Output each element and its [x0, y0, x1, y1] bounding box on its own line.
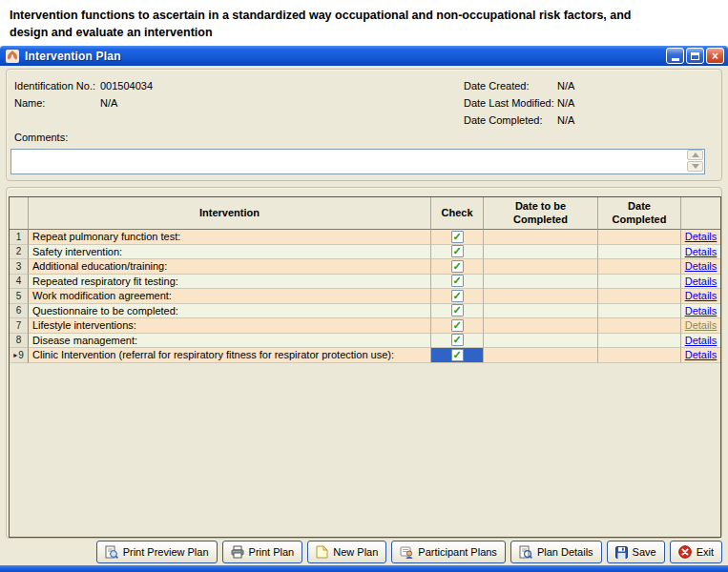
check-cell[interactable]: ✓ [431, 245, 484, 260]
intervention-cell[interactable]: Work modification agreement: [29, 289, 431, 304]
page-header-line1: Intervention functions to ascertain in a… [10, 7, 720, 24]
date-completed-cell[interactable] [598, 318, 681, 334]
date-completed-cell[interactable] [598, 348, 681, 363]
name-label: Name: [14, 97, 45, 109]
check-cell[interactable]: ✓ [431, 304, 484, 319]
save-button[interactable]: Save [607, 541, 665, 563]
intervention-cell[interactable]: Lifestyle interventions: [29, 318, 431, 334]
intervention-cell[interactable]: Repeated respiratory fit testing: [29, 275, 431, 290]
comments-scrollbar[interactable] [687, 150, 703, 172]
intervention-checkbox[interactable]: ✓ [451, 304, 464, 317]
table-row[interactable]: 4Repeated respiratory fit testing:✓Detai… [10, 275, 720, 290]
date-last-modified-label: Date Last Modified: [464, 97, 554, 109]
details-link[interactable]: Details [685, 231, 718, 242]
intervention-checkbox[interactable]: ✓ [451, 260, 464, 273]
button-bar: Print Preview Plan Print Plan New Plan [0, 541, 722, 563]
date-to-be-completed-cell[interactable] [484, 230, 598, 245]
date-to-be-completed-cell[interactable] [484, 275, 598, 290]
print-plan-button[interactable]: Print Plan [222, 541, 303, 563]
date-completed-cell[interactable] [598, 245, 681, 260]
new-plan-button[interactable]: New Plan [307, 541, 386, 563]
plan-details-button[interactable]: Plan Details [510, 541, 602, 563]
current-row-arrow-icon: ▸ [13, 351, 17, 359]
table-header-row: Intervention Check Date to be Completed … [10, 197, 720, 230]
date-completed-cell[interactable] [598, 334, 681, 349]
details-link[interactable]: Details [685, 305, 718, 317]
details-link[interactable]: Details [685, 349, 718, 360]
intervention-cell[interactable]: Additional education/training: [29, 259, 431, 275]
details-link[interactable]: Details [685, 319, 718, 331]
check-cell[interactable]: ✓ [431, 348, 484, 363]
date-completed-cell[interactable] [598, 230, 681, 245]
date-completed-cell[interactable] [598, 275, 681, 290]
lungs-icon [6, 49, 20, 63]
page-header: Intervention functions to ascertain in a… [10, 7, 720, 41]
intervention-cell[interactable]: Questionnaire to be completed: [29, 304, 431, 319]
check-cell[interactable]: ✓ [431, 275, 484, 290]
participant-plans-button[interactable]: Participant Plans [391, 541, 506, 563]
page-header-line2: design and evaluate an intervention [10, 24, 720, 41]
scroll-up-icon [692, 153, 699, 157]
table-row[interactable]: 6Questionnaire to be completed:✓Details [10, 304, 720, 319]
table-row[interactable]: 2Safety intervention:✓Details [10, 245, 720, 260]
row-number: 2 [10, 245, 29, 260]
column-header-details [681, 197, 720, 230]
exit-button[interactable]: Exit [670, 541, 722, 563]
details-link[interactable]: Details [685, 335, 718, 346]
details-link[interactable]: Details [685, 276, 718, 287]
print-preview-plan-button[interactable]: Print Preview Plan [96, 541, 218, 563]
restore-button[interactable] [686, 48, 704, 64]
check-cell[interactable]: ✓ [431, 230, 484, 245]
date-to-be-completed-cell[interactable] [484, 304, 598, 319]
intervention-checkbox[interactable]: ✓ [451, 231, 464, 243]
check-cell[interactable]: ✓ [431, 318, 484, 334]
table-row[interactable]: 5Work modification agreement:✓Details [10, 289, 720, 304]
check-cell[interactable]: ✓ [431, 334, 484, 349]
details-cell: Details [681, 304, 720, 319]
intervention-cell[interactable]: Disease management: [29, 334, 431, 349]
date-to-be-completed-cell[interactable] [484, 348, 598, 363]
comments-input[interactable] [10, 149, 705, 174]
table-row[interactable]: 8Disease management:✓Details [10, 334, 720, 349]
intervention-cell[interactable]: Clinic Intervention (referral for respir… [29, 348, 431, 363]
date-to-be-completed-cell[interactable] [484, 289, 598, 304]
intervention-checkbox[interactable]: ✓ [451, 349, 464, 361]
row-number: 6 [10, 304, 29, 319]
table-row[interactable]: 7Lifestyle interventions:✓Details [10, 318, 720, 334]
minimize-button[interactable] [666, 48, 684, 64]
check-cell[interactable]: ✓ [431, 289, 484, 304]
details-cell: Details [681, 318, 720, 334]
intervention-cell[interactable]: Repeat pulmonary function test: [29, 230, 431, 245]
date-completed-cell[interactable] [598, 289, 681, 304]
date-completed-cell[interactable] [598, 259, 681, 275]
row-number: 5 [10, 289, 29, 304]
date-to-be-completed-cell[interactable] [484, 334, 598, 349]
date-created-label: Date Created: [464, 80, 529, 92]
new-plan-label: New Plan [333, 546, 378, 558]
details-link[interactable]: Details [685, 290, 718, 301]
title-bar[interactable]: Intervention Plan × [0, 46, 728, 66]
table-row[interactable]: 1Repeat pulmonary function test:✓Details [10, 230, 720, 245]
scroll-up-button[interactable] [687, 150, 703, 160]
check-cell[interactable]: ✓ [431, 259, 484, 275]
date-to-be-completed-cell[interactable] [484, 318, 598, 334]
date-to-be-completed-cell[interactable] [484, 245, 598, 260]
intervention-checkbox[interactable]: ✓ [451, 275, 464, 287]
comments-label: Comments: [14, 132, 68, 143]
scroll-down-button[interactable] [687, 161, 703, 172]
date-to-be-completed-cell[interactable] [484, 259, 598, 275]
intervention-checkbox[interactable]: ✓ [451, 334, 464, 346]
details-cell: Details [681, 259, 720, 275]
table-row[interactable]: 3Additional education/training:✓Details [10, 259, 720, 275]
intervention-checkbox[interactable]: ✓ [451, 319, 464, 332]
close-button[interactable]: × [706, 48, 724, 64]
details-link[interactable]: Details [685, 246, 718, 257]
table-row[interactable]: ▸9Clinic Intervention (referral for resp… [10, 348, 720, 363]
intervention-checkbox[interactable]: ✓ [451, 245, 464, 257]
screen: Intervention functions to ascertain in a… [0, 0, 728, 572]
intervention-checkbox[interactable]: ✓ [451, 290, 464, 302]
details-link[interactable]: Details [685, 260, 718, 272]
intervention-plan-window: Intervention Plan × Identification No.: … [0, 46, 728, 565]
intervention-cell[interactable]: Safety intervention: [29, 245, 431, 260]
date-completed-cell[interactable] [598, 304, 681, 319]
